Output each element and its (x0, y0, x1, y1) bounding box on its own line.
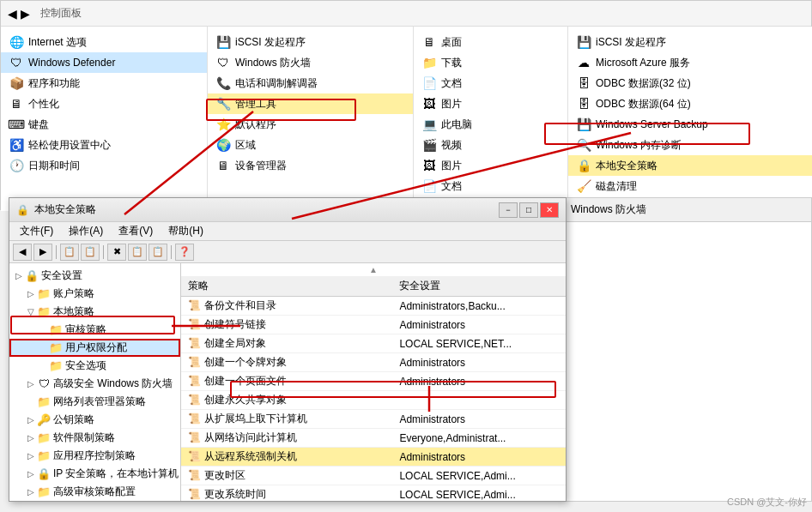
cp-item-accessibility[interactable]: ♿ 轻松使用设置中心 (1, 135, 207, 155)
toolbar-view[interactable]: 📋 (60, 244, 79, 261)
policy-cell: 📜创建永久共享对象 (181, 391, 392, 410)
table-row[interactable]: 📜创建一个页面文件Administrators (181, 372, 566, 391)
toolbar-export[interactable]: 📋 (148, 244, 167, 261)
detail-table-header: 策略 安全设置 (181, 276, 566, 297)
tree-swrestrict[interactable]: ▷ 📁 软件限制策略 (9, 429, 180, 447)
wsb-icon: 💾 (577, 117, 591, 131)
tree-security-options[interactable]: 📁 安全选项 (9, 357, 180, 375)
tree-label-account: 账户策略 (53, 286, 94, 301)
cp-item-odbc32[interactable]: 🗄 ODBC 数据源(32 位) (568, 73, 812, 93)
menu-file[interactable]: 文件(F) (13, 222, 60, 240)
table-row[interactable]: 📜从扩展坞上取下计算机Administrators (181, 410, 566, 429)
setting-cell: LOCAL SERVICE,Admi... (392, 467, 566, 485)
lsp-title-icon: 🔒 (16, 204, 29, 216)
tree-label-advaudit: 高级审核策略配置 (53, 485, 136, 499)
menu-view[interactable]: 查看(V) (112, 222, 160, 240)
cp-item-azure[interactable]: ☁ Microsoft Azure 服务 (568, 52, 812, 73)
col-setting[interactable]: 安全设置 (392, 276, 566, 297)
cp-left-panel: 🌐 Internet 选项 🛡 Windows Defender 📦 程序和功能… (1, 27, 207, 211)
cp-item-docs2[interactable]: 📄 文档 (414, 176, 567, 196)
cp-item-thispc[interactable]: 💻 此电脑 (414, 114, 567, 135)
firewall-background-panel: Windows 防火墙 (563, 197, 812, 502)
close-button[interactable]: ✕ (540, 202, 559, 218)
table-row[interactable]: 📜创建符号链接Administrators (181, 316, 566, 334)
restore-button[interactable]: □ (519, 202, 538, 218)
tree-netlist[interactable]: 📁 网络列表管理器策略 (9, 393, 180, 411)
tree-pubkey[interactable]: ▷ 🔑 公钥策略 (9, 411, 180, 429)
cp-label-iscsi: iSCSI 发起程序 (235, 35, 306, 50)
tree-advaudit[interactable]: ▷ 📁 高级审核策略配置 (9, 483, 180, 501)
toolbar-delete[interactable]: ✖ (107, 244, 126, 261)
tree-user-rights[interactable]: 📁 用户权限分配 (9, 339, 180, 357)
cp-item-devmgr[interactable]: 🖥 设备管理器 (208, 155, 413, 176)
accessibility-icon: ♿ (9, 138, 23, 152)
cp-item-iscsi2[interactable]: 💾 iSCSI 发起程序 (568, 32, 812, 52)
tree-account-policy[interactable]: ▷ 📁 账户策略 (9, 285, 180, 303)
lsp-title-area: 🔒 本地安全策略 (16, 202, 96, 217)
cp-item-iscsi[interactable]: 💾 iSCSI 发起程序 (208, 32, 413, 52)
menu-action[interactable]: 操作(A) (62, 222, 110, 240)
cp-item-docs[interactable]: 📄 文档 (414, 73, 567, 93)
cp-item-diskclean[interactable]: 🧹 磁盘清理 (568, 176, 812, 196)
defender-icon: 🛡 (9, 56, 23, 69)
tree-label-netlist: 网络列表管理器策略 (53, 395, 146, 409)
cp-item-odbc64[interactable]: 🗄 ODBC 数据源(64 位) (568, 93, 812, 114)
tree-label-audit: 审核策略 (65, 322, 106, 337)
cp-item-pics2[interactable]: 🖼 图片 (414, 155, 567, 176)
policy-cell: 📜创建一个令牌对象 (181, 353, 392, 372)
policy-cell: 📜从扩展坞上取下计算机 (181, 410, 392, 429)
table-row[interactable]: 📜更改时区LOCAL SERVICE,Admi... (181, 467, 566, 485)
toolbar-help[interactable]: ❓ (175, 244, 194, 261)
tree-icon-local: 📁 (37, 306, 51, 318)
tree-audit[interactable]: 📁 审核策略 (9, 321, 180, 339)
cp-forward-icon[interactable]: ▶ (21, 7, 30, 21)
cp-back-icon[interactable]: ◀ (8, 7, 17, 21)
azure-icon: ☁ (577, 56, 591, 69)
minimize-button[interactable]: － (499, 202, 518, 218)
cp-item-phone[interactable]: 📞 电话和调制解调器 (208, 73, 413, 93)
expander-security: ▷ (13, 270, 25, 282)
cp-item-keyboard[interactable]: ⌨ 键盘 (1, 114, 207, 135)
programs-icon: 📦 (9, 76, 23, 90)
cp-item-programs[interactable]: 📦 程序和功能 (1, 73, 207, 93)
tree-adv-firewall[interactable]: ▷ 🛡 高级安全 Windows 防火墙 (9, 375, 180, 393)
menu-help[interactable]: 帮助(H) (161, 222, 210, 240)
table-row[interactable]: 📜从远程系统强制关机Administrators (181, 448, 566, 467)
cp-item-admintools[interactable]: 🔧 管理工具 (208, 93, 413, 114)
cp-item-wsb[interactable]: 💾 Windows Server Backup (568, 114, 812, 135)
toolbar-prop[interactable]: 📋 (128, 244, 147, 261)
cp-item-defender[interactable]: 🛡 Windows Defender (1, 52, 207, 73)
watermark: CSDN @艾文-你好 (727, 496, 807, 509)
toolbar-back[interactable]: ◀ (13, 244, 32, 261)
cp-item-personalize[interactable]: 🖥 个性化 (1, 93, 207, 114)
col-policy[interactable]: 策略 (181, 276, 392, 297)
cp-item-memdiag[interactable]: 🔍 Windows 内存诊断 (568, 135, 812, 155)
cp-item-videos[interactable]: 🎬 视频 (414, 135, 567, 155)
cp-item-pics[interactable]: 🖼 图片 (414, 93, 567, 114)
toolbar-forward[interactable]: ▶ (33, 244, 52, 261)
tree-security-settings[interactable]: ▷ 🔒 安全设置 (9, 267, 180, 285)
cp-item-region[interactable]: 🌍 区域 (208, 135, 413, 155)
cp-item-datetime[interactable]: 🕐 日期和时间 (1, 155, 207, 176)
cp-item-secpolicy[interactable]: 🔒 本地安全策略 (568, 155, 812, 176)
table-row[interactable]: 📜备份文件和目录Administrators,Backu... (181, 297, 566, 316)
table-row[interactable]: 📜创建永久共享对象 (181, 391, 566, 410)
toolbar-view2[interactable]: 📋 (81, 244, 100, 261)
cp-label-docs: 文档 (441, 76, 462, 91)
cp-item-default[interactable]: ⭐ 默认程序 (208, 114, 413, 135)
detail-table: 策略 安全设置 📜备份文件和目录Administrators,Backu...📜… (181, 276, 566, 501)
table-row[interactable]: 📜创建全局对象LOCAL SERVICE,NET... (181, 334, 566, 353)
cp-item-desktop[interactable]: 🖥 桌面 (414, 32, 567, 52)
tree-appctrl[interactable]: ▷ 📁 应用程序控制策略 (9, 447, 180, 465)
table-row[interactable]: 📜创建一个令牌对象Administrators (181, 353, 566, 372)
tree-local-policy[interactable]: ▽ 📁 本地策略 (9, 303, 180, 321)
cp-item-internet[interactable]: 🌐 Internet 选项 (1, 32, 207, 52)
expander-rights (37, 342, 49, 354)
tree-ipsec[interactable]: ▷ 🔒 IP 安全策略，在本地计算机 (9, 465, 180, 483)
cp-item-firewall[interactable]: 🛡 Windows 防火墙 (208, 52, 413, 73)
cp-item-downloads[interactable]: 📁 下载 (414, 52, 567, 73)
table-row[interactable]: 📜更改系统时间LOCAL SERVICE,Admi... (181, 485, 566, 502)
cp-label-odbc64: ODBC 数据源(64 位) (596, 97, 691, 111)
personalize-icon: 🖥 (9, 97, 23, 111)
table-row[interactable]: 📜从网络访问此计算机Everyone,Administrat... (181, 429, 566, 448)
